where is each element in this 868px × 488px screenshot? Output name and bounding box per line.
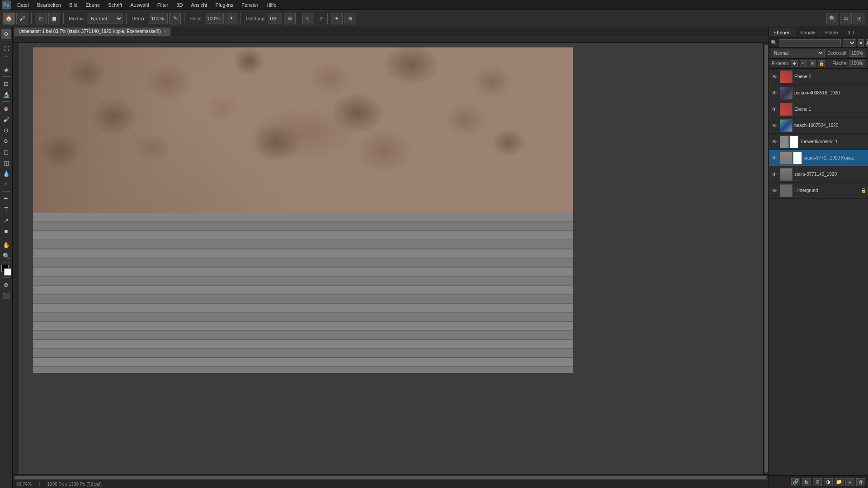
layer-item-beach[interactable]: 👁 beach-1067524_1920 (769, 117, 868, 134)
deckraft-input[interactable] (149, 14, 168, 23)
blur-tool[interactable]: 💧 (1, 169, 11, 178)
layers-panel: 🔍 Art ▼ A ⊡ fx ⊙ ◻ Normal Deckkraft: (769, 38, 868, 488)
fill-input[interactable] (849, 60, 865, 67)
arrange-btn[interactable]: ⊞ (854, 13, 865, 24)
menu-datei[interactable]: Datei (14, 1, 33, 9)
layers-type-filter[interactable]: Art (843, 39, 856, 47)
menu-auswahl[interactable]: Auswahl (127, 1, 153, 9)
quickselect-tool[interactable]: ◈ (1, 65, 11, 75)
text-tool[interactable]: T (1, 204, 11, 214)
search-btn[interactable]: 🔍 (826, 13, 838, 24)
lasso-tool[interactable]: ⌒ (1, 54, 11, 64)
fluss-input[interactable] (205, 14, 224, 23)
menu-bearbeiten[interactable]: Bearbeiten (33, 1, 65, 9)
glattung-input[interactable] (268, 14, 282, 23)
blend-mode-select[interactable]: Normal (772, 49, 825, 57)
marquee-tool[interactable]: ⬚ (1, 43, 11, 53)
menu-plugins[interactable]: Plug-ins (212, 1, 237, 9)
hand-tool[interactable]: ✋ (1, 240, 11, 250)
panels-tabs: Ebenen Kanäle Pfade 3D (769, 27, 868, 38)
glattung-settings-btn[interactable]: ⚙ (284, 13, 296, 24)
workspace-btn[interactable]: ⧉ (840, 13, 852, 24)
document-tab[interactable]: Unbenannt-1 bei 83,7% (stairs-3771140_19… (14, 28, 170, 36)
menu-filter[interactable]: Filter (154, 1, 172, 9)
healing-tool[interactable]: ⊗ (1, 103, 11, 113)
layer-visibility-beach[interactable]: 👁 (771, 122, 778, 129)
layer-item-hintergrund[interactable]: 👁 Hintergrund 🔒 (769, 183, 868, 199)
brush-tool-btn[interactable]: 🖌 (16, 13, 28, 24)
layer-link-btn[interactable]: 🔗 (791, 478, 800, 486)
shape-tool[interactable]: ■ (1, 226, 11, 236)
layer-visibility-tonwert[interactable]: 👁 (771, 138, 778, 145)
brush-tool[interactable]: 🖌 (1, 114, 11, 124)
layer-mask-btn[interactable]: ⊘ (813, 478, 822, 486)
move-tool[interactable]: ✥ (1, 29, 11, 39)
path-select-tool[interactable]: ↗ (1, 215, 11, 225)
layer-group-btn[interactable]: 📁 (835, 478, 844, 486)
menu-bild[interactable]: Bild (66, 1, 81, 9)
zoom-tool[interactable]: 🔍 (1, 251, 11, 261)
layer-item-stairs[interactable]: 👁 stairs-3771140_1920 (769, 166, 868, 183)
menu-ansicht[interactable]: Ansicht (187, 1, 211, 9)
layer-visibility-person[interactable]: 👁 (771, 89, 778, 97)
gradient-tool[interactable]: ◫ (1, 158, 11, 168)
layer-fx-btn[interactable]: fx (802, 478, 811, 486)
layer-item-person[interactable]: 👁 person-4008516_1920 (769, 85, 868, 101)
symmetry2-btn[interactable]: ⊕ (344, 13, 356, 24)
quick-mask-btn[interactable]: ⊘ (1, 280, 11, 290)
lock-position-btn[interactable]: ✥ (791, 60, 798, 67)
tab-close-btn[interactable]: × (164, 29, 166, 34)
history-tool[interactable]: ⟳ (1, 136, 11, 146)
layer-visibility-ebene1[interactable]: 👁 (771, 106, 778, 113)
canvas-main[interactable] (19, 43, 763, 474)
pen-tool[interactable]: ✒ (1, 193, 11, 203)
layer-item-tonwert[interactable]: 👁 Tonwertkorrektur 1 (769, 134, 868, 150)
eyedropper-tool[interactable]: 🔬 (1, 89, 11, 99)
color-swatches[interactable] (1, 265, 11, 276)
lock-draw-btn[interactable]: ✏ (800, 60, 807, 67)
vertical-scrollbar[interactable] (763, 43, 769, 474)
layer-item-ebene2[interactable]: 👁 Ebene 2 (769, 69, 868, 85)
menu-fenster[interactable]: Fenster (238, 1, 262, 9)
layer-delete-btn[interactable]: 🗑 (856, 478, 865, 486)
modus-select[interactable]: Normal (87, 14, 123, 23)
tab-kanale[interactable]: Kanäle (796, 28, 821, 37)
layer-visibility-stairs[interactable]: 👁 (771, 171, 778, 178)
menu-3d[interactable]: 3D (173, 1, 186, 9)
dodge-tool[interactable]: ○ (1, 179, 11, 189)
layers-filter-btn[interactable]: ▼ (858, 39, 864, 47)
vscroll-thumb[interactable] (764, 45, 768, 473)
tab-pfade[interactable]: Pfade (821, 28, 843, 37)
layer-item-ebene1[interactable]: 👁 Ebene 1 (769, 101, 868, 117)
home-button[interactable]: 🏠 (3, 13, 14, 24)
menu-ebene[interactable]: Ebene (82, 1, 104, 9)
layers-search-input[interactable] (779, 39, 841, 47)
brush-preset-btn[interactable]: ⊙ (35, 13, 47, 24)
layer-visibility-ebene2[interactable]: 👁 (771, 73, 778, 80)
layer-item-stairs-kopie[interactable]: 👁 stairs-3771...1920 Kopia... (769, 150, 868, 166)
hscroll-thumb[interactable] (14, 476, 767, 479)
screen-mode-btn[interactable]: ⬛ (1, 291, 11, 300)
opacity-input[interactable] (849, 50, 865, 57)
angle-input-btn[interactable]: ⊾ (302, 13, 314, 24)
deckraft-airbrush-btn[interactable]: ✎ (169, 13, 181, 24)
layer-visibility-hintergrund[interactable]: 👁 (771, 187, 778, 194)
lock-artboard-btn[interactable]: ⊡ (809, 60, 816, 67)
tab-3d[interactable]: 3D (843, 28, 859, 37)
eraser-tool[interactable]: ◻ (1, 147, 11, 157)
layer-adjustment-btn[interactable]: ◑ (824, 478, 833, 486)
background-color[interactable] (4, 268, 11, 276)
menu-hilfe[interactable]: Hilfe (263, 1, 280, 9)
fluss-airbrush-btn[interactable]: ✈ (226, 13, 237, 24)
layer-new-btn[interactable]: + (845, 478, 854, 486)
menu-schrift[interactable]: Schrift (104, 1, 126, 9)
lock-all-btn[interactable]: 🔒 (818, 60, 825, 67)
clone-tool[interactable]: ⊙ (1, 125, 11, 135)
horizontal-scrollbar[interactable] (13, 474, 769, 480)
layers-icon-btn1[interactable]: A (866, 39, 868, 47)
layer-visibility-stairs-kopie[interactable]: 👁 (771, 155, 778, 162)
symmetry-btn[interactable]: ✦ (331, 13, 343, 24)
tab-ebenen[interactable]: Ebenen (769, 28, 796, 37)
crop-tool[interactable]: ⊡ (1, 79, 11, 89)
brush-shape-btn[interactable]: ◼ (48, 13, 60, 24)
